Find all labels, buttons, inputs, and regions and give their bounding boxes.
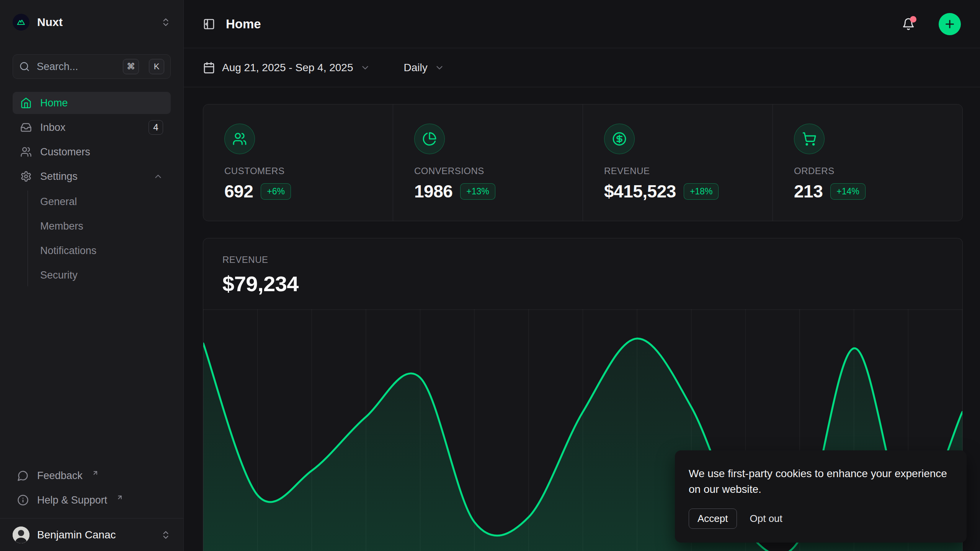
stats-card: CUSTOMERS 692 +6% CONVERSIONS 1986 +13% [203, 104, 963, 221]
stat-conversions[interactable]: CONVERSIONS 1986 +13% [393, 104, 583, 221]
stat-revenue[interactable]: REVENUE $415,523 +18% [583, 104, 773, 221]
sidebar-footer: Feedback Help & Support [13, 465, 171, 518]
sidebar-nav: Home Inbox 4 Customers Settings Ge [13, 92, 171, 286]
stat-orders[interactable]: ORDERS 213 +14% [773, 104, 962, 221]
stat-value: 213 [794, 181, 823, 202]
gear-icon [20, 171, 32, 182]
sidebar-item-members[interactable]: Members [40, 215, 171, 237]
sidebar-item-label: Help & Support [37, 494, 107, 506]
calendar-icon [203, 62, 215, 74]
stat-delta-badge: +13% [460, 183, 495, 200]
stat-delta-badge: +6% [261, 183, 291, 200]
inbox-icon [20, 122, 32, 133]
kbd-meta: ⌘ [123, 59, 139, 74]
accept-button[interactable]: Accept [689, 509, 737, 529]
main-area: Home Aug 21, 2025 - Sep 4, 2025 Daily [184, 0, 980, 551]
stat-delta-badge: +14% [830, 183, 865, 200]
inbox-count-badge: 4 [149, 120, 163, 135]
chevron-up-icon [153, 171, 163, 181]
sidebar-item-settings[interactable]: Settings [13, 165, 171, 187]
stat-delta-badge: +18% [684, 183, 719, 200]
nuxt-logo-icon [13, 14, 29, 31]
stat-label: CUSTOMERS [224, 166, 393, 176]
date-range-value: Aug 21, 2025 - Sep 4, 2025 [222, 62, 353, 74]
cookie-banner: We use first-party cookies to enhance yo… [675, 450, 967, 543]
sidebar-item-home[interactable]: Home [13, 92, 171, 114]
kbd-k: K [149, 59, 164, 74]
sidebar-item-notifications[interactable]: Notifications [40, 240, 171, 262]
opt-out-button[interactable]: Opt out [750, 513, 782, 525]
sidebar-item-help-support[interactable]: Help & Support [13, 489, 171, 511]
chevron-down-icon [434, 63, 444, 73]
info-icon [17, 494, 29, 506]
sidebar-item-label: Inbox [40, 122, 140, 134]
granularity-value: Daily [404, 62, 428, 74]
revenue-chart-value: $79,234 [222, 271, 943, 296]
revenue-chart-label: REVENUE [222, 254, 943, 265]
cookie-message: We use first-party cookies to enhance yo… [689, 466, 953, 497]
search-input[interactable]: Search... ⌘ K [13, 54, 171, 79]
external-link-icon [92, 469, 99, 476]
stat-value: 1986 [414, 181, 452, 202]
stat-customers[interactable]: CUSTOMERS 692 +6% [203, 104, 393, 221]
date-range-picker[interactable]: Aug 21, 2025 - Sep 4, 2025 [203, 62, 370, 74]
users-icon [224, 124, 255, 154]
notifications-button[interactable] [902, 18, 915, 31]
sidebar-collapse-icon[interactable] [203, 18, 215, 30]
user-name: Benjamin Canac [37, 529, 153, 541]
cart-icon [794, 124, 825, 154]
page-title: Home [226, 17, 891, 31]
sidebar-item-customers[interactable]: Customers [13, 141, 171, 163]
header: Home [184, 0, 980, 48]
sidebar-item-label: Customers [40, 146, 163, 158]
avatar [13, 527, 29, 543]
add-button[interactable] [939, 13, 961, 35]
user-menu[interactable]: Benjamin Canac [0, 518, 183, 551]
users-icon [20, 146, 32, 158]
stat-value: 692 [224, 181, 253, 202]
chevrons-up-down-icon [161, 17, 171, 27]
sidebar-spacer [0, 286, 183, 465]
message-circle-icon [17, 470, 29, 481]
workspace-name: Nuxt [37, 16, 153, 29]
granularity-select[interactable]: Daily [404, 62, 444, 74]
sidebar-item-feedback[interactable]: Feedback [13, 465, 171, 487]
search-placeholder: Search... [37, 61, 116, 73]
dollar-circle-icon [604, 124, 635, 154]
home-icon [20, 97, 32, 109]
sidebar-item-security[interactable]: Security [40, 264, 171, 286]
stat-label: CONVERSIONS [414, 166, 583, 176]
stat-label: REVENUE [604, 166, 773, 176]
settings-children: General Members Notifications Security [28, 191, 171, 286]
sidebar-item-label: Feedback [37, 470, 83, 482]
sidebar-item-label: Home [40, 97, 163, 109]
sidebar-item-general[interactable]: General [40, 191, 171, 213]
stat-label: ORDERS [794, 166, 962, 176]
chevrons-up-down-icon [161, 530, 171, 540]
notification-dot [910, 16, 916, 23]
external-link-icon [116, 494, 123, 501]
search-icon [19, 61, 30, 72]
filter-bar: Aug 21, 2025 - Sep 4, 2025 Daily [184, 48, 980, 87]
sidebar: Nuxt Search... ⌘ K Home Inbox 4 [0, 0, 184, 551]
sidebar-item-inbox[interactable]: Inbox 4 [13, 116, 171, 139]
pie-chart-icon [414, 124, 445, 154]
workspace-switcher[interactable]: Nuxt [13, 10, 171, 34]
stat-value: $415,523 [604, 181, 676, 202]
sidebar-item-label: Settings [40, 171, 145, 183]
chevron-down-icon [360, 63, 370, 73]
